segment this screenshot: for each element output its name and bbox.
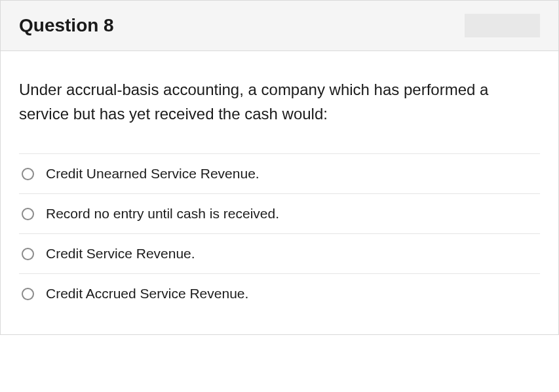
points-box (465, 14, 540, 37)
option-item-2[interactable]: Record no entry until cash is received. (19, 193, 540, 233)
option-label: Credit Accrued Service Revenue. (46, 286, 248, 302)
radio-icon (22, 168, 34, 180)
option-item-3[interactable]: Credit Service Revenue. (19, 233, 540, 273)
option-label: Credit Unearned Service Revenue. (46, 166, 260, 182)
question-text: Under accrual-basis accounting, a compan… (19, 77, 540, 126)
option-label: Credit Service Revenue. (46, 246, 195, 262)
radio-icon (22, 248, 34, 260)
radio-icon (22, 288, 34, 300)
question-title: Question 8 (19, 15, 114, 36)
options-list: Credit Unearned Service Revenue. Record … (19, 153, 540, 311)
question-body: Under accrual-basis accounting, a compan… (1, 51, 558, 334)
radio-icon (22, 208, 34, 220)
option-label: Record no entry until cash is received. (46, 206, 279, 222)
option-item-1[interactable]: Credit Unearned Service Revenue. (19, 153, 540, 193)
option-item-4[interactable]: Credit Accrued Service Revenue. (19, 273, 540, 311)
question-card: Question 8 Under accrual-basis accountin… (0, 0, 559, 335)
question-header: Question 8 (1, 1, 558, 51)
